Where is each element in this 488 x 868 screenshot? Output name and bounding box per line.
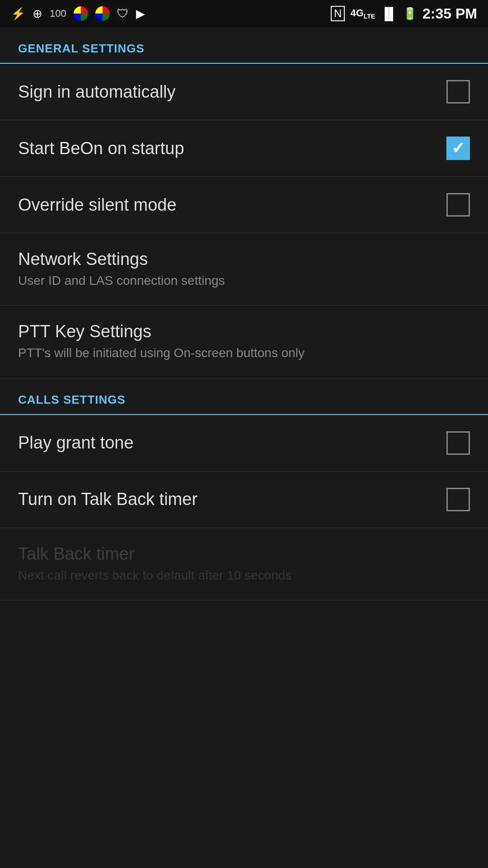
talk-back-timer-item: Talk Back timer Next call reverts back t…: [0, 528, 488, 600]
start-beon-content: Start BeOn on startup: [18, 139, 446, 158]
sign-in-auto-item[interactable]: Sign in automatically: [0, 64, 488, 120]
play-grant-tone-item[interactable]: Play grant tone: [0, 415, 488, 472]
sign-in-auto-title: Sign in automatically: [18, 82, 437, 102]
sign-in-auto-content: Sign in automatically: [18, 82, 446, 102]
start-beon-title: Start BeOn on startup: [18, 139, 437, 158]
network-settings-title: Network Settings: [18, 250, 461, 269]
battery-100-icon: 100: [50, 8, 66, 19]
talk-back-timer-toggle-checkbox[interactable]: [446, 488, 470, 511]
play-grant-tone-title: Play grant tone: [18, 433, 437, 453]
calls-settings-header: CALLS SETTINGS: [0, 378, 488, 414]
colorful-icon-2: [95, 6, 110, 21]
calls-settings-section: CALLS SETTINGS Play grant tone Turn on T…: [0, 378, 488, 600]
talk-back-timer-title: Talk Back timer: [18, 544, 461, 564]
signal-icon: ▐▌: [380, 7, 397, 21]
usb-icon: ⚡: [11, 7, 25, 21]
network-settings-subtitle: User ID and LAS connection settings: [18, 273, 461, 289]
location-icon: ⊕: [33, 7, 42, 21]
general-settings-header: GENERAL SETTINGS: [0, 27, 488, 63]
override-silent-title: Override silent mode: [18, 195, 437, 215]
override-silent-content: Override silent mode: [18, 195, 446, 215]
status-time: 2:35 PM: [422, 5, 477, 22]
4g-lte-icon: 4GLTE: [350, 7, 375, 20]
nfc-icon: N: [331, 6, 345, 21]
talk-back-timer-toggle-title: Turn on Talk Back timer: [18, 490, 437, 509]
talk-back-timer-toggle-item[interactable]: Turn on Talk Back timer: [0, 472, 488, 528]
sign-in-auto-checkbox[interactable]: [446, 80, 470, 104]
talk-back-timer-subtitle: Next call reverts back to default after …: [18, 567, 461, 584]
start-beon-checkbox[interactable]: [446, 137, 470, 160]
shield-icon: 🛡: [117, 7, 129, 21]
override-silent-checkbox[interactable]: [446, 193, 470, 217]
network-settings-item[interactable]: Network Settings User ID and LAS connect…: [0, 233, 488, 306]
play-grant-tone-content: Play grant tone: [18, 433, 446, 453]
play-grant-tone-checkbox[interactable]: [446, 431, 470, 455]
general-settings-section: GENERAL SETTINGS Sign in automatically S…: [0, 27, 488, 378]
status-bar-right-icons: N 4GLTE ▐▌ 🔋 2:35 PM: [331, 5, 477, 22]
start-beon-item[interactable]: Start BeOn on startup: [0, 120, 488, 177]
ptt-key-settings-subtitle: PTT's will be initiated using On-screen …: [18, 345, 461, 361]
status-bar-left-icons: ⚡ ⊕ 100 🛡 ▶: [11, 6, 145, 21]
colorful-icon-1: [74, 6, 88, 21]
talk-back-timer-content: Talk Back timer Next call reverts back t…: [18, 544, 470, 584]
battery-icon: 🔋: [403, 7, 417, 21]
media-icon: ▶: [136, 7, 145, 21]
override-silent-item[interactable]: Override silent mode: [0, 177, 488, 233]
ptt-key-settings-title: PTT Key Settings: [18, 322, 461, 341]
ptt-key-settings-content: PTT Key Settings PTT's will be initiated…: [18, 322, 470, 361]
talk-back-timer-toggle-content: Turn on Talk Back timer: [18, 490, 446, 509]
network-settings-content: Network Settings User ID and LAS connect…: [18, 250, 470, 289]
status-bar: ⚡ ⊕ 100 🛡 ▶ N 4GLTE ▐▌ 🔋 2:35 PM: [0, 0, 488, 27]
ptt-key-settings-item[interactable]: PTT Key Settings PTT's will be initiated…: [0, 306, 488, 378]
